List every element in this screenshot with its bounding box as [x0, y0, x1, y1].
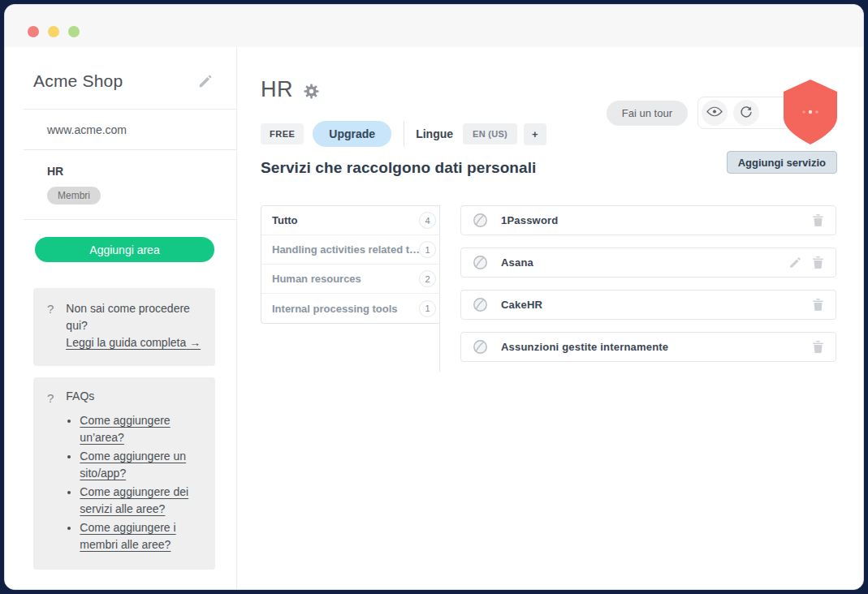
service-row[interactable]: Asana	[460, 248, 836, 278]
service-row[interactable]: 1Password	[460, 205, 836, 235]
add-service-button[interactable]: Aggiungi servizio	[727, 151, 837, 174]
category-row[interactable]: Handling activities related t… 1	[261, 235, 439, 265]
globe-icon	[473, 213, 487, 227]
plan-badge: FREE	[261, 123, 304, 144]
vertical-divider	[404, 121, 404, 147]
service-list: 1Password Asana	[460, 205, 836, 374]
category-count-badge: 1	[419, 300, 436, 317]
languages-label: Lingue	[416, 127, 453, 140]
page-title: HR	[261, 77, 293, 102]
zoom-window-button[interactable]	[68, 26, 80, 37]
service-name: CakeHR	[501, 299, 542, 311]
main-panel: HR	[237, 47, 863, 590]
upgrade-button[interactable]: Upgrade	[313, 121, 391, 147]
faq-box: ? FAQs Come aggiungere un’area? Come agg…	[33, 377, 215, 570]
app-window: Acme Shop www.acme.com HR Membri Aggiung…	[4, 4, 864, 590]
edit-service-icon[interactable]	[789, 257, 801, 269]
add-language-button[interactable]: +	[524, 123, 546, 145]
category-row[interactable]: Human resources 2	[261, 265, 439, 294]
language-badge[interactable]: EN (US)	[463, 123, 517, 144]
category-count-badge: 4	[419, 212, 436, 229]
members-badge[interactable]: Membri	[47, 187, 101, 204]
close-window-button[interactable]	[28, 26, 39, 37]
delete-service-icon[interactable]	[813, 341, 823, 353]
globe-icon	[473, 256, 487, 269]
question-mark-icon: ?	[47, 390, 54, 555]
category-count-badge: 2	[419, 270, 436, 287]
traffic-lights	[28, 26, 80, 37]
section-title: Servizi che raccolgono dati personali	[261, 159, 536, 176]
refresh-button[interactable]	[733, 100, 759, 126]
faq-link[interactable]: Come aggiungere un sito/app?	[80, 448, 204, 482]
edit-shop-name-icon[interactable]	[198, 75, 212, 88]
service-name: Asana	[501, 256, 533, 269]
window-titlebar	[5, 5, 863, 47]
shop-name: Acme Shop	[33, 71, 123, 91]
faq-title: FAQs	[66, 390, 204, 402]
category-list: Tutto 4 Handling activities related t… 1…	[261, 205, 439, 324]
category-count-badge: 1	[419, 241, 436, 258]
globe-icon	[473, 340, 487, 354]
vertical-separator	[439, 205, 440, 372]
service-name: 1Password	[501, 214, 558, 226]
delete-service-icon[interactable]	[813, 214, 823, 226]
category-row-all[interactable]: Tutto 4	[261, 206, 439, 235]
tour-button[interactable]: Fai un tour	[607, 101, 688, 126]
service-name: Assunzioni gestite internamente	[501, 341, 668, 353]
sidebar-divider	[24, 219, 236, 220]
help-text: Non sai come procedere qui?	[66, 302, 190, 332]
minimize-window-button[interactable]	[48, 26, 59, 37]
delete-service-icon[interactable]	[813, 299, 823, 311]
sidebar: Acme Shop www.acme.com HR Membri Aggiung…	[5, 47, 237, 590]
shield-badge	[782, 80, 839, 148]
arrow-right-icon: →	[189, 336, 201, 349]
faq-link[interactable]: Come aggiungere i membri alle aree?	[80, 519, 204, 553]
service-row[interactable]: CakeHR	[460, 290, 836, 320]
gear-icon[interactable]	[304, 84, 319, 99]
question-mark-icon: ?	[47, 300, 54, 351]
guide-link[interactable]: Leggi la guida completa →	[66, 336, 201, 349]
service-row[interactable]: Assunzioni gestite internamente	[460, 332, 836, 362]
globe-icon	[473, 298, 487, 312]
eye-icon	[706, 106, 723, 119]
preview-button[interactable]	[702, 100, 728, 126]
sidebar-item-website[interactable]: www.acme.com	[5, 110, 236, 149]
faq-link[interactable]: Come aggiungere un’area?	[80, 412, 204, 446]
add-area-button[interactable]: Aggiungi area	[35, 237, 214, 262]
delete-service-icon[interactable]	[813, 256, 823, 269]
help-box: ? Non sai come procedere qui? Leggi la g…	[33, 288, 215, 366]
faq-link[interactable]: Come aggiungere dei servizi alle aree?	[80, 484, 204, 518]
sidebar-area-block: HR Membri	[5, 150, 236, 219]
sidebar-area-name[interactable]: HR	[47, 165, 236, 178]
faq-list: Come aggiungere un’area? Come aggiungere…	[66, 412, 204, 553]
category-row[interactable]: Internal processing tools 1	[261, 294, 439, 323]
refresh-icon	[740, 105, 753, 121]
